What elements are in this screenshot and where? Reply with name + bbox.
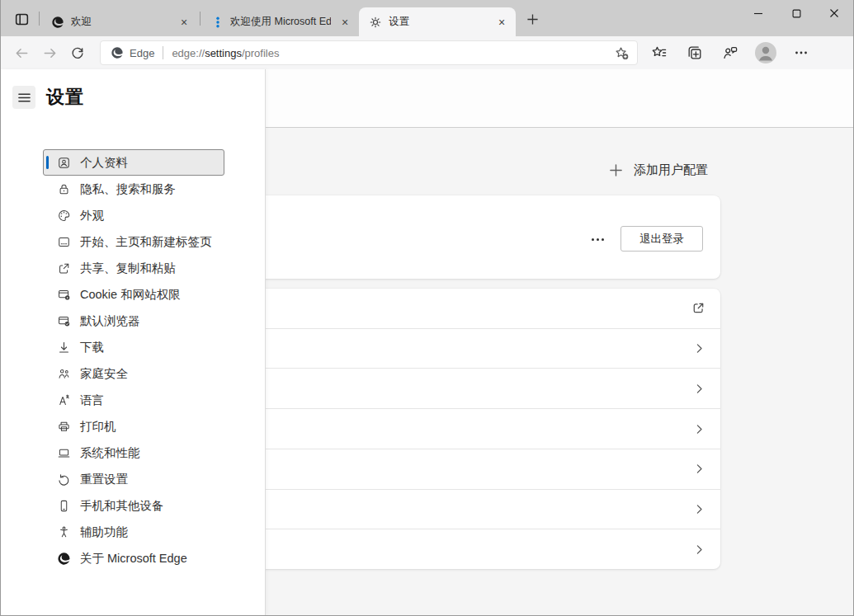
start-page-icon: [56, 235, 71, 249]
nav-item-accessibility[interactable]: 辅助功能: [43, 519, 224, 545]
profile-badge-icon: [56, 156, 71, 170]
page-title: 设置: [46, 85, 84, 110]
close-icon[interactable]: ×: [337, 15, 352, 30]
nav-item-label: 个人资料: [80, 155, 128, 171]
signout-button[interactable]: 退出登录: [620, 226, 703, 252]
nav-item-label: 共享、复制和粘贴: [80, 261, 176, 276]
nav-item-label: 下载: [80, 340, 104, 355]
nav-item-label: 隐私、搜索和服务: [80, 181, 176, 197]
chevron-right-icon: [692, 422, 706, 436]
toolbar-right-icons: [646, 40, 814, 66]
language-icon: [56, 393, 71, 407]
blue-dots-favicon: [212, 16, 224, 29]
toolbar: Edge edge://settings/profiles: [1, 36, 853, 69]
nav-item-label: 重置设置: [80, 472, 128, 487]
favorites-icon[interactable]: [646, 40, 672, 66]
nav-item-cookies-permissions[interactable]: Cookie 和网站权限: [43, 281, 224, 308]
window-controls: [739, 0, 853, 26]
refresh-icon[interactable]: [64, 39, 92, 67]
minimize-icon[interactable]: [739, 0, 777, 26]
nav-item-phone-devices[interactable]: 手机和其他设备: [43, 492, 224, 519]
nav-item-family-safety[interactable]: 家庭安全: [43, 360, 224, 387]
url-divider: [163, 46, 163, 59]
nav-item-label: 默认浏览器: [80, 313, 140, 329]
new-tab-button[interactable]: [521, 7, 544, 31]
nav-item-system-performance[interactable]: 系统和性能: [43, 440, 224, 466]
site-badge-label: Edge: [130, 47, 154, 59]
tab-title: 欢迎使用 Microsoft Edg: [230, 15, 331, 29]
system-icon: [56, 446, 71, 460]
nav-item-label: 辅助功能: [80, 524, 128, 540]
phone-icon: [56, 499, 71, 513]
close-icon[interactable]: ×: [177, 15, 191, 30]
nav-item-label: 关于 Microsoft Edge: [80, 551, 187, 567]
gear-icon: [369, 16, 382, 29]
settings-menu-icon[interactable]: [788, 40, 814, 66]
download-icon: [56, 341, 71, 355]
settings-nav-drawer: 设置 个人资料 隐私、搜索和服务 外观 开始、主页和新建标签页 共享、复制和粘贴: [1, 69, 266, 615]
tab-welcome-microsoft-edge[interactable]: 欢迎使用 Microsoft Edg ×: [202, 7, 359, 36]
tab-bar: 欢迎 × 欢迎使用 Microsoft Edg × 设置 ×: [1, 0, 853, 36]
printer-icon: [56, 420, 71, 434]
nav-item-start-home-newtab[interactable]: 开始、主页和新建标签页: [43, 228, 224, 255]
back-icon[interactable]: [7, 39, 35, 67]
nav-item-share-copy-paste[interactable]: 共享、复制和粘贴: [43, 255, 224, 281]
chevron-right-icon: [692, 543, 706, 557]
add-profile-button[interactable]: 添加用户配置: [609, 157, 708, 183]
nav-item-languages[interactable]: 语言: [43, 387, 224, 413]
nav-item-about-edge[interactable]: 关于 Microsoft Edge: [43, 545, 224, 571]
profile-avatar[interactable]: [753, 40, 779, 66]
nav-item-label: 打印机: [80, 419, 116, 435]
reset-icon: [56, 473, 71, 487]
nav-item-label: 家庭安全: [80, 366, 128, 382]
url-text: edge://settings/profiles: [172, 47, 279, 59]
close-icon[interactable]: [815, 0, 853, 26]
edge-logo-icon: [51, 16, 64, 29]
external-link-icon: [691, 300, 706, 316]
menu-icon[interactable]: [12, 86, 35, 109]
nav-item-printers[interactable]: 打印机: [43, 413, 224, 440]
chevron-right-icon: [692, 382, 706, 396]
nav-item-label: Cookie 和网站权限: [80, 287, 181, 303]
edge-logo-icon: [56, 552, 71, 566]
nav-item-reset-settings[interactable]: 重置设置: [43, 466, 224, 492]
palette-icon: [56, 209, 71, 223]
chevron-right-icon: [692, 502, 706, 516]
chevron-right-icon: [692, 341, 706, 355]
tab-separator: [200, 12, 201, 26]
share-icon: [56, 261, 71, 275]
nav-item-label: 手机和其他设备: [80, 498, 164, 514]
address-bar[interactable]: Edge edge://settings/profiles: [100, 40, 638, 65]
more-actions-icon[interactable]: [581, 228, 614, 250]
feedback-icon[interactable]: [717, 40, 743, 66]
tab-settings[interactable]: 设置 ×: [359, 7, 516, 36]
chevron-right-icon: [692, 462, 706, 476]
tab-separator: [39, 12, 40, 26]
tab-title: 欢迎: [71, 15, 170, 29]
tab-title: 设置: [389, 15, 488, 29]
edge-logo-icon: [111, 46, 124, 59]
add-favorite-icon[interactable]: [608, 42, 635, 63]
maximize-icon[interactable]: [777, 0, 815, 26]
nav-item-label: 语言: [80, 393, 104, 408]
settings-page: 添加用户配置 退出登录: [1, 69, 853, 615]
family-icon: [56, 367, 71, 381]
nav-item-default-browser[interactable]: 默认浏览器: [43, 308, 224, 334]
nav-item-privacy[interactable]: 隐私、搜索和服务: [43, 176, 224, 202]
add-profile-label: 添加用户配置: [634, 162, 708, 178]
default-browser-icon: [56, 314, 71, 328]
tab-welcome[interactable]: 欢迎 ×: [41, 7, 198, 36]
accessibility-icon: [56, 525, 71, 539]
lock-icon: [56, 182, 71, 196]
workspaces-icon[interactable]: [9, 7, 34, 31]
nav-item-label: 开始、主页和新建标签页: [80, 234, 212, 250]
nav-item-profiles[interactable]: 个人资料: [43, 149, 224, 176]
plus-icon: [609, 163, 623, 177]
forward-icon[interactable]: [35, 39, 64, 67]
close-icon[interactable]: ×: [494, 15, 509, 30]
settings-nav: 个人资料 隐私、搜索和服务 外观 开始、主页和新建标签页 共享、复制和粘贴 Co…: [43, 149, 224, 571]
collections-icon[interactable]: [682, 40, 708, 66]
nav-item-appearance[interactable]: 外观: [43, 202, 224, 228]
nav-item-downloads[interactable]: 下载: [43, 334, 224, 360]
cookie-permissions-icon: [56, 288, 71, 302]
